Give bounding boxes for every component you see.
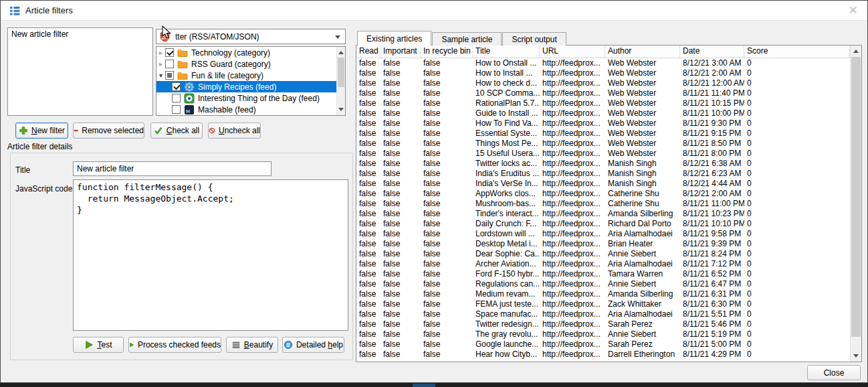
tree-item[interactable]: ▾Fun & life (category) — [156, 70, 336, 81]
column-header-author[interactable]: Author — [605, 46, 680, 58]
table-row[interactable]: falsefalsefalseRegulations can...http://… — [356, 279, 850, 289]
process-checked-feeds-button[interactable]: Process checked feeds — [128, 337, 221, 353]
scroll-up-icon[interactable] — [851, 46, 861, 56]
detailed-help-button[interactable]: Detailed help — [282, 337, 344, 353]
test-button[interactable]: Test — [73, 337, 124, 353]
tab-sample-article[interactable]: Sample article — [432, 32, 502, 46]
close-button[interactable]: Close — [807, 365, 861, 380]
cell-score: 0 — [744, 199, 850, 209]
tab-script-output[interactable]: Script output — [502, 32, 566, 46]
column-header-recycle[interactable]: In recycle bin — [421, 46, 473, 58]
tree-item-checkbox[interactable] — [172, 82, 181, 91]
column-header-title[interactable]: Title — [473, 46, 540, 58]
table-row[interactable]: falsefalsefalseTinder's interact...http:… — [356, 209, 850, 219]
cell-read: false — [356, 58, 381, 68]
table-row[interactable]: falsefalsefalseDaily Crunch: F...http://… — [356, 219, 850, 229]
tree-item-checkbox[interactable] — [165, 48, 174, 57]
table-row[interactable]: falsefalsefalseSpace manufac...http://fe… — [356, 309, 850, 319]
tree-scroll-thumb[interactable] — [338, 58, 344, 87]
cell-recycle: false — [421, 149, 473, 159]
beautify-button[interactable]: Beautify — [226, 337, 278, 353]
cell-url: http://feedprox... — [540, 299, 605, 309]
table-scrollbar[interactable] — [850, 46, 861, 362]
table-row[interactable]: falsefalsefalse15 Useful Usera...http://… — [356, 149, 850, 159]
tree-item-checkbox[interactable] — [165, 60, 174, 68]
expand-arrow-icon[interactable]: ▸ — [156, 58, 165, 70]
scroll-up-icon[interactable] — [337, 48, 345, 58]
column-header-url[interactable]: URL — [540, 46, 605, 58]
filters-list[interactable]: New article filter — [7, 27, 153, 116]
cell-important: false — [381, 279, 421, 289]
tree-item-checkbox[interactable] — [172, 105, 181, 114]
cell-important: false — [381, 309, 421, 319]
scroll-down-icon[interactable] — [851, 351, 861, 361]
filter-list-item[interactable]: New article filter — [8, 28, 152, 40]
cell-url: http://feedprox... — [540, 259, 605, 269]
tree-item-checkbox[interactable] — [165, 71, 174, 80]
tree-item[interactable]: Simply Recipes (feed) — [156, 81, 336, 92]
table-row[interactable]: falsefalsefalseHear how Cityb...http://f… — [356, 350, 850, 360]
table-row[interactable]: falsefalsefalse10 SCP Comma...http://fee… — [356, 88, 850, 98]
remove-selected-button[interactable]: Remove selected — [73, 123, 144, 139]
js-code-editor[interactable]: function filterMessage() { return Messag… — [73, 179, 348, 331]
table-row[interactable]: falsefalsefalseGuide to Install ...http:… — [356, 108, 850, 119]
table-row[interactable]: falsefalsefalseMedium revam...http://fee… — [356, 289, 850, 299]
table-row[interactable]: falsefalsefalseIndia's Eruditus ...http:… — [356, 169, 850, 179]
details-group-label: Article filter details — [7, 142, 72, 151]
check-all-button[interactable]: Check all — [150, 123, 203, 139]
cell-important: false — [381, 249, 421, 259]
cell-url: http://feedprox... — [540, 350, 605, 360]
cell-url: http://feedprox... — [540, 98, 605, 108]
tree-item[interactable]: Interesting Thing of the Day (feed) — [156, 92, 336, 104]
tree-scrollbar[interactable] — [336, 47, 345, 115]
table-row[interactable]: falsefalsefalseFord F-150 hybr...http://… — [356, 269, 850, 279]
column-header-date[interactable]: Date — [680, 46, 744, 58]
title-input[interactable] — [73, 161, 272, 176]
cell-author: Web Webster — [605, 149, 680, 159]
cell-author: Web Webster — [605, 139, 680, 149]
table-row[interactable]: falsefalsefalseAppWorks clos...http://fe… — [356, 189, 850, 199]
table-scroll-thumb[interactable] — [851, 57, 861, 337]
column-header-read[interactable]: Read — [356, 46, 381, 58]
cell-important: false — [381, 209, 421, 219]
table-row[interactable]: falsefalsefalseTwitter locks ac...http:/… — [356, 159, 850, 169]
table-row[interactable]: falsefalsefalseDear Sophie: Ca...http://… — [356, 249, 850, 259]
column-header-important[interactable]: Important — [381, 46, 421, 58]
table-row[interactable]: falsefalsefalseGoogle launche...http://f… — [356, 339, 850, 350]
close-icon[interactable]: ✕ — [849, 3, 858, 17]
expand-arrow-icon[interactable]: ▸ — [156, 47, 165, 58]
dialog-title: Article filters — [25, 5, 73, 15]
cell-score: 0 — [744, 169, 850, 179]
table-row[interactable]: falsefalsefalseThe gray revolu...http://… — [356, 329, 850, 339]
cell-title: FEMA just teste... — [473, 299, 540, 309]
tree-item[interactable]: MMashable (feed) — [156, 104, 336, 115]
cell-read: false — [356, 249, 381, 259]
uncheck-all-button[interactable]: Uncheck all — [208, 123, 261, 139]
tree-item[interactable]: ▸RSS Guard (category) — [156, 58, 336, 70]
scroll-down-icon[interactable] — [337, 104, 345, 114]
table-row[interactable]: falsefalsefalseHow To Find Va...http://f… — [356, 119, 850, 129]
table-row[interactable]: falsefalsefalseEssential Syste...http://… — [356, 129, 850, 139]
collapse-arrow-icon[interactable]: ▾ — [156, 70, 165, 81]
table-row[interactable]: falsefalsefalseLordstown will ...http://… — [356, 229, 850, 239]
tab-existing-articles[interactable]: Existing articles — [357, 31, 431, 46]
table-row[interactable]: falsefalsefalseDesktop Metal i...http://… — [356, 239, 850, 249]
table-row[interactable]: falsefalsefalseHow to check d...http://f… — [356, 78, 850, 88]
table-row[interactable]: falsefalsefalseRationalPlan 5.7...http:/… — [356, 98, 850, 108]
cell-title: Archer Aviation... — [473, 259, 540, 269]
table-row[interactable]: falsefalsefalseThings Most Pe...http://f… — [356, 139, 850, 149]
table-row[interactable]: falsefalsefalseIndia's VerSe In...http:/… — [356, 179, 850, 189]
table-row[interactable]: falsefalsefalseHow to Install ...http://… — [356, 68, 850, 78]
table-row[interactable]: falsefalsefalseFEMA just teste...http://… — [356, 299, 850, 309]
table-row[interactable]: falsefalsefalseHow to Onstall ...http://… — [356, 58, 850, 68]
cell-author: Web Webster — [605, 98, 680, 108]
table-row[interactable]: falsefalsefalseTwitter redesign...http:/… — [356, 319, 850, 329]
table-header[interactable]: ReadImportantIn recycle binTitleURLAutho… — [356, 46, 850, 58]
table-row[interactable]: falsefalsefalseArcher Aviation...http://… — [356, 259, 850, 269]
account-combobox[interactable]: tter (RSS/ATOM/JSON) — [156, 29, 346, 44]
table-row[interactable]: falsefalsefalseMushroom-bas...http://fee… — [356, 199, 850, 209]
column-header-score[interactable]: Score — [744, 46, 850, 58]
tree-item[interactable]: ▸Technology (category) — [156, 47, 336, 58]
new-filter-button[interactable]: New filter — [15, 123, 68, 139]
tree-item-checkbox[interactable] — [172, 94, 181, 102]
